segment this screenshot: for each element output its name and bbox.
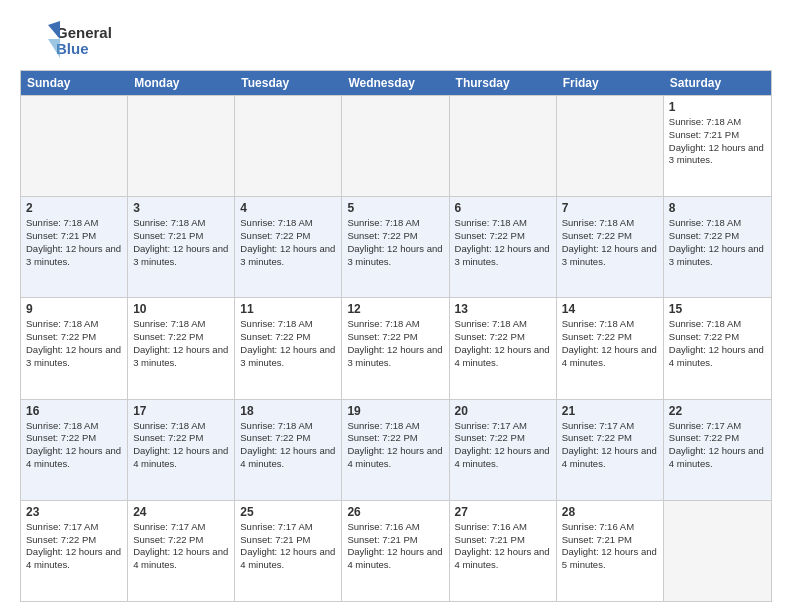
day-number: 20 xyxy=(455,404,551,418)
day-info: Sunrise: 7:18 AM Sunset: 7:22 PM Dayligh… xyxy=(133,318,229,369)
day-number: 25 xyxy=(240,505,336,519)
day-5: 5Sunrise: 7:18 AM Sunset: 7:22 PM Daylig… xyxy=(342,197,449,297)
day-info: Sunrise: 7:16 AM Sunset: 7:21 PM Dayligh… xyxy=(455,521,551,572)
empty-cell-0-0 xyxy=(21,96,128,196)
day-info: Sunrise: 7:17 AM Sunset: 7:22 PM Dayligh… xyxy=(562,420,658,471)
day-info: Sunrise: 7:16 AM Sunset: 7:21 PM Dayligh… xyxy=(347,521,443,572)
day-number: 14 xyxy=(562,302,658,316)
day-11: 11Sunrise: 7:18 AM Sunset: 7:22 PM Dayli… xyxy=(235,298,342,398)
day-number: 17 xyxy=(133,404,229,418)
day-number: 12 xyxy=(347,302,443,316)
day-info: Sunrise: 7:18 AM Sunset: 7:22 PM Dayligh… xyxy=(240,217,336,268)
day-16: 16Sunrise: 7:18 AM Sunset: 7:22 PM Dayli… xyxy=(21,400,128,500)
empty-cell-0-4 xyxy=(450,96,557,196)
day-info: Sunrise: 7:16 AM Sunset: 7:21 PM Dayligh… xyxy=(562,521,658,572)
empty-cell-4-6 xyxy=(664,501,771,601)
day-22: 22Sunrise: 7:17 AM Sunset: 7:22 PM Dayli… xyxy=(664,400,771,500)
day-3: 3Sunrise: 7:18 AM Sunset: 7:21 PM Daylig… xyxy=(128,197,235,297)
day-number: 8 xyxy=(669,201,766,215)
day-13: 13Sunrise: 7:18 AM Sunset: 7:22 PM Dayli… xyxy=(450,298,557,398)
day-info: Sunrise: 7:17 AM Sunset: 7:21 PM Dayligh… xyxy=(240,521,336,572)
calendar: SundayMondayTuesdayWednesdayThursdayFrid… xyxy=(20,70,772,602)
day-23: 23Sunrise: 7:17 AM Sunset: 7:22 PM Dayli… xyxy=(21,501,128,601)
day-number: 13 xyxy=(455,302,551,316)
week-row-4: 16Sunrise: 7:18 AM Sunset: 7:22 PM Dayli… xyxy=(21,399,771,500)
day-info: Sunrise: 7:18 AM Sunset: 7:21 PM Dayligh… xyxy=(669,116,766,167)
day-19: 19Sunrise: 7:18 AM Sunset: 7:22 PM Dayli… xyxy=(342,400,449,500)
day-number: 1 xyxy=(669,100,766,114)
week-row-3: 9Sunrise: 7:18 AM Sunset: 7:22 PM Daylig… xyxy=(21,297,771,398)
day-21: 21Sunrise: 7:17 AM Sunset: 7:22 PM Dayli… xyxy=(557,400,664,500)
day-4: 4Sunrise: 7:18 AM Sunset: 7:22 PM Daylig… xyxy=(235,197,342,297)
empty-cell-0-3 xyxy=(342,96,449,196)
day-info: Sunrise: 7:18 AM Sunset: 7:22 PM Dayligh… xyxy=(26,420,122,471)
day-10: 10Sunrise: 7:18 AM Sunset: 7:22 PM Dayli… xyxy=(128,298,235,398)
day-number: 21 xyxy=(562,404,658,418)
day-number: 23 xyxy=(26,505,122,519)
day-number: 26 xyxy=(347,505,443,519)
weekday-wednesday: Wednesday xyxy=(342,71,449,95)
day-info: Sunrise: 7:17 AM Sunset: 7:22 PM Dayligh… xyxy=(26,521,122,572)
day-number: 5 xyxy=(347,201,443,215)
day-24: 24Sunrise: 7:17 AM Sunset: 7:22 PM Dayli… xyxy=(128,501,235,601)
weekday-monday: Monday xyxy=(128,71,235,95)
day-number: 7 xyxy=(562,201,658,215)
week-row-5: 23Sunrise: 7:17 AM Sunset: 7:22 PM Dayli… xyxy=(21,500,771,601)
logo-svg: General Blue xyxy=(20,20,140,62)
empty-cell-0-1 xyxy=(128,96,235,196)
day-number: 9 xyxy=(26,302,122,316)
day-info: Sunrise: 7:18 AM Sunset: 7:22 PM Dayligh… xyxy=(347,217,443,268)
day-info: Sunrise: 7:18 AM Sunset: 7:22 PM Dayligh… xyxy=(455,318,551,369)
day-number: 6 xyxy=(455,201,551,215)
week-row-1: 1Sunrise: 7:18 AM Sunset: 7:21 PM Daylig… xyxy=(21,95,771,196)
day-number: 10 xyxy=(133,302,229,316)
day-number: 24 xyxy=(133,505,229,519)
day-number: 28 xyxy=(562,505,658,519)
day-number: 4 xyxy=(240,201,336,215)
day-18: 18Sunrise: 7:18 AM Sunset: 7:22 PM Dayli… xyxy=(235,400,342,500)
day-info: Sunrise: 7:18 AM Sunset: 7:22 PM Dayligh… xyxy=(347,420,443,471)
svg-text:General: General xyxy=(56,24,112,41)
day-12: 12Sunrise: 7:18 AM Sunset: 7:22 PM Dayli… xyxy=(342,298,449,398)
day-number: 3 xyxy=(133,201,229,215)
day-info: Sunrise: 7:18 AM Sunset: 7:22 PM Dayligh… xyxy=(669,217,766,268)
empty-cell-0-2 xyxy=(235,96,342,196)
day-20: 20Sunrise: 7:17 AM Sunset: 7:22 PM Dayli… xyxy=(450,400,557,500)
week-row-2: 2Sunrise: 7:18 AM Sunset: 7:21 PM Daylig… xyxy=(21,196,771,297)
day-25: 25Sunrise: 7:17 AM Sunset: 7:21 PM Dayli… xyxy=(235,501,342,601)
day-9: 9Sunrise: 7:18 AM Sunset: 7:22 PM Daylig… xyxy=(21,298,128,398)
day-info: Sunrise: 7:18 AM Sunset: 7:22 PM Dayligh… xyxy=(669,318,766,369)
empty-cell-0-5 xyxy=(557,96,664,196)
calendar-body: 1Sunrise: 7:18 AM Sunset: 7:21 PM Daylig… xyxy=(21,95,771,601)
day-info: Sunrise: 7:18 AM Sunset: 7:21 PM Dayligh… xyxy=(133,217,229,268)
day-2: 2Sunrise: 7:18 AM Sunset: 7:21 PM Daylig… xyxy=(21,197,128,297)
day-info: Sunrise: 7:18 AM Sunset: 7:22 PM Dayligh… xyxy=(240,420,336,471)
weekday-friday: Friday xyxy=(557,71,664,95)
weekday-tuesday: Tuesday xyxy=(235,71,342,95)
day-info: Sunrise: 7:18 AM Sunset: 7:21 PM Dayligh… xyxy=(26,217,122,268)
day-number: 15 xyxy=(669,302,766,316)
day-number: 18 xyxy=(240,404,336,418)
day-15: 15Sunrise: 7:18 AM Sunset: 7:22 PM Dayli… xyxy=(664,298,771,398)
day-number: 2 xyxy=(26,201,122,215)
day-6: 6Sunrise: 7:18 AM Sunset: 7:22 PM Daylig… xyxy=(450,197,557,297)
weekday-thursday: Thursday xyxy=(450,71,557,95)
day-8: 8Sunrise: 7:18 AM Sunset: 7:22 PM Daylig… xyxy=(664,197,771,297)
day-info: Sunrise: 7:17 AM Sunset: 7:22 PM Dayligh… xyxy=(133,521,229,572)
day-28: 28Sunrise: 7:16 AM Sunset: 7:21 PM Dayli… xyxy=(557,501,664,601)
day-info: Sunrise: 7:18 AM Sunset: 7:22 PM Dayligh… xyxy=(347,318,443,369)
svg-text:Blue: Blue xyxy=(56,40,89,57)
day-info: Sunrise: 7:18 AM Sunset: 7:22 PM Dayligh… xyxy=(455,217,551,268)
svg-marker-2 xyxy=(48,21,60,39)
day-info: Sunrise: 7:18 AM Sunset: 7:22 PM Dayligh… xyxy=(26,318,122,369)
day-27: 27Sunrise: 7:16 AM Sunset: 7:21 PM Dayli… xyxy=(450,501,557,601)
day-7: 7Sunrise: 7:18 AM Sunset: 7:22 PM Daylig… xyxy=(557,197,664,297)
weekday-saturday: Saturday xyxy=(664,71,771,95)
day-info: Sunrise: 7:17 AM Sunset: 7:22 PM Dayligh… xyxy=(455,420,551,471)
logo: General Blue xyxy=(20,20,140,62)
day-1: 1Sunrise: 7:18 AM Sunset: 7:21 PM Daylig… xyxy=(664,96,771,196)
page-header: General Blue xyxy=(20,20,772,62)
day-number: 11 xyxy=(240,302,336,316)
day-26: 26Sunrise: 7:16 AM Sunset: 7:21 PM Dayli… xyxy=(342,501,449,601)
day-info: Sunrise: 7:18 AM Sunset: 7:22 PM Dayligh… xyxy=(562,318,658,369)
